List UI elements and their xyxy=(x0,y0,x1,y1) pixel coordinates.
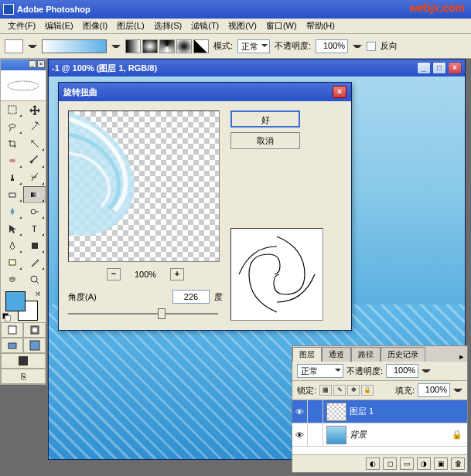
menu-layer[interactable]: 图层(L) xyxy=(112,19,148,33)
fill-input[interactable]: 100% xyxy=(418,383,450,397)
menu-file[interactable]: 文件(F) xyxy=(3,19,40,33)
layer-thumbnail[interactable] xyxy=(326,403,346,421)
screen-full-menu[interactable] xyxy=(23,338,46,353)
ok-button[interactable]: 好 xyxy=(230,110,300,128)
tab-channels[interactable]: 通道 xyxy=(322,347,351,362)
visibility-icon[interactable]: 👁 xyxy=(292,423,308,446)
layer-item[interactable]: 👁 背景 🔒 xyxy=(292,423,467,447)
dodge-tool[interactable] xyxy=(23,203,46,220)
menu-help[interactable]: 帮助(H) xyxy=(302,19,340,33)
angle-input[interactable] xyxy=(172,290,210,304)
swap-colors-icon[interactable]: ⤭ xyxy=(35,290,41,298)
tab-layers[interactable]: 图层 xyxy=(292,347,322,362)
gradient-angle[interactable] xyxy=(159,39,175,53)
menu-filter[interactable]: 滤镜(T) xyxy=(186,19,224,33)
history-brush-tool[interactable] xyxy=(23,169,46,186)
tab-paths[interactable]: 路径 xyxy=(351,347,381,362)
quickmask-mode[interactable] xyxy=(23,322,46,338)
gradient-diamond[interactable] xyxy=(193,39,209,53)
visibility-icon[interactable]: 👁 xyxy=(292,400,308,423)
adjustment-icon[interactable]: ◑ xyxy=(417,457,431,470)
gradient-linear[interactable] xyxy=(125,39,141,53)
chevron-down-icon[interactable] xyxy=(111,45,121,48)
imageready-icon[interactable]: ⎘ xyxy=(1,369,46,384)
hand-tool[interactable] xyxy=(1,271,23,288)
lasso-tool[interactable] xyxy=(1,118,23,135)
menu-image[interactable]: 图像(I) xyxy=(78,19,112,33)
panel-menu-icon[interactable]: ▸ xyxy=(456,352,467,362)
tool-preset[interactable] xyxy=(5,39,23,53)
foreground-color[interactable] xyxy=(5,291,26,311)
healing-tool[interactable] xyxy=(1,152,23,169)
zoom-out-button[interactable]: − xyxy=(107,268,121,280)
path-select-tool[interactable] xyxy=(1,220,23,237)
blend-mode-select[interactable]: 正常 xyxy=(237,39,270,53)
zoom-in-button[interactable]: + xyxy=(170,268,184,280)
dialog-close-button[interactable]: × xyxy=(333,86,346,98)
menu-edit[interactable]: 编辑(E) xyxy=(40,19,78,33)
layer-name[interactable]: 图层 1 xyxy=(350,406,374,417)
marquee-tool[interactable] xyxy=(1,101,23,118)
opacity-input[interactable]: 100% xyxy=(316,39,348,53)
minimize-icon[interactable]: _ xyxy=(29,60,36,68)
blur-tool[interactable] xyxy=(1,203,23,220)
lock-paint-icon[interactable]: ✎ xyxy=(333,385,346,396)
brush-tool[interactable] xyxy=(23,152,46,169)
link-cell[interactable] xyxy=(308,400,323,423)
delete-layer-icon[interactable]: 🗑 xyxy=(451,457,465,470)
menu-select[interactable]: 选择(S) xyxy=(149,19,187,33)
type-tool[interactable]: T xyxy=(23,220,46,237)
chevron-down-icon[interactable] xyxy=(422,369,431,372)
screen-standard[interactable] xyxy=(1,338,23,353)
layer-name[interactable]: 背景 xyxy=(350,429,367,440)
screen-full[interactable] xyxy=(1,353,46,369)
default-colors-icon[interactable] xyxy=(2,313,10,321)
layer-style-icon[interactable]: ◐ xyxy=(366,457,380,470)
layer-thumbnail[interactable] xyxy=(326,426,346,444)
maximize-button[interactable]: □ xyxy=(432,62,446,74)
gradient-radial[interactable] xyxy=(142,39,158,53)
lock-transparency-icon[interactable]: ▦ xyxy=(319,385,332,396)
reverse-checkbox[interactable] xyxy=(367,42,376,51)
slider-thumb[interactable] xyxy=(158,308,166,319)
tab-history[interactable]: 历史记录 xyxy=(381,347,425,362)
pen-tool[interactable] xyxy=(1,237,23,254)
lock-move-icon[interactable]: ✥ xyxy=(347,385,360,396)
new-layer-icon[interactable]: ▣ xyxy=(434,457,448,470)
wand-tool[interactable] xyxy=(23,118,46,135)
angle-slider[interactable] xyxy=(68,307,218,321)
menu-window[interactable]: 窗口(W) xyxy=(261,19,302,33)
layer-item[interactable]: 👁 图层 1 xyxy=(292,400,467,423)
dialog-titlebar[interactable]: 旋转扭曲 × xyxy=(59,83,351,101)
minimize-button[interactable]: _ xyxy=(417,62,431,74)
cancel-button[interactable]: 取消 xyxy=(230,132,300,149)
link-cell[interactable] xyxy=(308,423,323,446)
gradient-picker[interactable] xyxy=(42,39,107,53)
close-icon[interactable]: × xyxy=(37,60,45,68)
lock-all-icon[interactable]: 🔒 xyxy=(361,385,374,396)
chevron-down-icon[interactable] xyxy=(28,45,37,48)
layer-opacity-input[interactable]: 100% xyxy=(386,364,418,378)
shape-tool[interactable] xyxy=(23,237,46,254)
document-titlebar[interactable]: -1 @ 100% (图层 1, RGB/8) _ □ × xyxy=(49,60,465,76)
gradient-type-group xyxy=(125,39,209,53)
chevron-down-icon[interactable] xyxy=(453,389,462,392)
layer-mask-icon[interactable]: ◻ xyxy=(383,457,397,470)
gradient-reflected[interactable] xyxy=(176,39,192,53)
menu-view[interactable]: 视图(V) xyxy=(224,19,261,33)
slice-tool[interactable] xyxy=(23,135,46,152)
filter-preview[interactable] xyxy=(68,110,220,262)
gradient-tool[interactable] xyxy=(23,186,46,203)
zoom-tool[interactable] xyxy=(23,271,46,288)
crop-tool[interactable] xyxy=(1,135,23,152)
stamp-tool[interactable] xyxy=(1,169,23,186)
chevron-down-icon[interactable] xyxy=(353,45,362,48)
layer-blend-select[interactable]: 正常 xyxy=(297,364,343,378)
standard-mode[interactable] xyxy=(1,322,23,338)
eyedropper-tool[interactable] xyxy=(23,254,46,271)
notes-tool[interactable] xyxy=(1,254,23,271)
eraser-tool[interactable] xyxy=(1,186,23,203)
move-tool[interactable] xyxy=(23,101,46,118)
new-group-icon[interactable]: ▭ xyxy=(400,457,414,470)
close-button[interactable]: × xyxy=(448,62,462,74)
